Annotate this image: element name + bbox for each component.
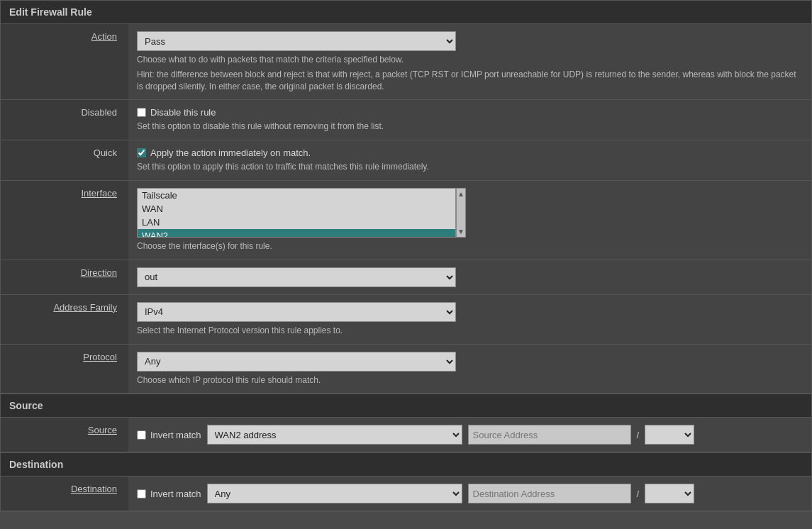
source-label-cell: Source — [1, 418, 128, 452]
address-family-label-cell: Address Family — [1, 294, 128, 344]
action-label: Action — [1, 24, 128, 100]
direction-content: in out any — [128, 260, 811, 294]
quick-content: Apply the action immediately on match. S… — [128, 140, 811, 181]
source-section-header: Source — [1, 394, 811, 418]
quick-hint: Set this option to apply this action to … — [137, 161, 803, 173]
source-invert-checkbox[interactable] — [137, 430, 146, 440]
destination-label-cell: Destination — [1, 477, 128, 511]
source-invert-label[interactable]: Invert match — [137, 430, 201, 440]
destination-address-input[interactable] — [468, 484, 631, 503]
source-table: Source Invert match any WAN2 address WAN… — [1, 418, 811, 452]
action-content: Pass Block Reject Choose what to do with… — [128, 24, 811, 100]
disabled-checkbox-text: Disable this rule — [150, 107, 216, 118]
source-link[interactable]: Source — [88, 425, 117, 435]
edit-firewall-rule-panel: Edit Firewall Rule Action Pass Block Rej… — [0, 0, 812, 512]
action-hint1: Choose what to do with packets that matc… — [137, 54, 803, 66]
address-family-row: Address Family IPv4 IPv6 IPv4+IPv6 Selec… — [1, 294, 811, 344]
disabled-checkbox[interactable] — [137, 108, 146, 117]
destination-section-header: Destination — [1, 452, 811, 477]
source-address-input[interactable] — [468, 425, 631, 445]
disabled-checkbox-label[interactable]: Disable this rule — [137, 107, 803, 118]
disabled-row: Disabled Disable this rule Set this opti… — [1, 100, 811, 140]
interface-content: Tailscale WAN LAN WAN2 ▲ ▼ Choose the in… — [128, 180, 811, 260]
destination-content: Invert match Any WAN2 address LAN addres… — [128, 477, 811, 511]
quick-checkbox[interactable] — [137, 148, 146, 157]
interface-option-lan[interactable]: LAN — [138, 216, 455, 229]
source-inline-row: Invert match any WAN2 address WAN2 net L… — [137, 425, 803, 445]
destination-type-select[interactable]: Any WAN2 address LAN address LAN net — [207, 484, 462, 503]
address-family-hint: Select the Internet Protocol version thi… — [137, 325, 803, 337]
interface-row: Interface Tailscale WAN LAN WAN2 ▲ ▼ Cho… — [1, 180, 811, 260]
protocol-select[interactable]: Any TCP UDP TCP/UDP ICMP — [137, 352, 456, 372]
listbox-scrollbar[interactable]: ▲ ▼ — [456, 188, 466, 238]
address-family-link[interactable]: Address Family — [53, 302, 117, 313]
panel-title: Edit Firewall Rule — [1, 1, 811, 24]
protocol-content: Any TCP UDP TCP/UDP ICMP Choose which IP… — [128, 344, 811, 394]
source-section-title: Source — [9, 400, 43, 411]
scrollbar-up[interactable]: ▲ — [457, 190, 465, 198]
protocol-row: Protocol Any TCP UDP TCP/UDP ICMP Choose… — [1, 344, 811, 394]
form-table: Action Pass Block Reject Choose what to … — [1, 24, 811, 394]
protocol-hint: Choose which IP protocol this rule shoul… — [137, 374, 803, 386]
action-hint2: Hint: the difference between block and r… — [137, 69, 803, 93]
address-family-content: IPv4 IPv6 IPv4+IPv6 Select the Internet … — [128, 294, 811, 344]
destination-invert-text: Invert match — [150, 489, 201, 499]
destination-row: Destination Invert match Any WAN2 addres… — [1, 477, 811, 511]
interface-option-tailscale[interactable]: Tailscale — [138, 189, 455, 202]
source-type-select[interactable]: any WAN2 address WAN2 net LAN address LA… — [207, 425, 462, 445]
panel-title-text: Edit Firewall Rule — [9, 6, 92, 18]
disabled-content: Disable this rule Set this option to dis… — [128, 100, 811, 140]
destination-slash: / — [637, 489, 640, 499]
direction-row: Direction in out any — [1, 260, 811, 294]
source-content: Invert match any WAN2 address WAN2 net L… — [128, 418, 811, 452]
source-invert-text: Invert match — [150, 430, 201, 440]
quick-row: Quick Apply the action immediately on ma… — [1, 140, 811, 181]
source-row: Source Invert match any WAN2 address WAN… — [1, 418, 811, 452]
action-link[interactable]: Action — [91, 31, 117, 42]
action-select[interactable]: Pass Block Reject — [137, 31, 456, 51]
direction-link[interactable]: Direction — [81, 267, 117, 278]
destination-link[interactable]: Destination — [71, 484, 117, 494]
source-slash: / — [637, 430, 640, 440]
protocol-link[interactable]: Protocol — [83, 352, 117, 362]
interface-link[interactable]: Interface — [81, 188, 117, 199]
direction-select[interactable]: in out any — [137, 267, 456, 287]
destination-section-title: Destination — [9, 459, 63, 470]
interface-label-cell: Interface — [1, 180, 128, 260]
destination-invert-label[interactable]: Invert match — [137, 489, 201, 499]
quick-label: Quick — [1, 140, 128, 181]
interface-listbox[interactable]: Tailscale WAN LAN WAN2 — [137, 188, 456, 238]
destination-invert-checkbox[interactable] — [137, 489, 146, 499]
address-family-select[interactable]: IPv4 IPv6 IPv4+IPv6 — [137, 302, 456, 322]
destination-table: Destination Invert match Any WAN2 addres… — [1, 477, 811, 511]
quick-checkbox-text: Apply the action immediately on match. — [150, 147, 311, 158]
destination-inline-row: Invert match Any WAN2 address LAN addres… — [137, 484, 803, 503]
disabled-label: Disabled — [1, 100, 128, 140]
interface-option-wan[interactable]: WAN — [138, 202, 455, 216]
destination-mask-select[interactable]: 8 16 24 32 — [645, 484, 694, 503]
quick-checkbox-label[interactable]: Apply the action immediately on match. — [137, 147, 803, 158]
interface-listbox-wrapper: Tailscale WAN LAN WAN2 ▲ ▼ — [137, 188, 803, 238]
action-row: Action Pass Block Reject Choose what to … — [1, 24, 811, 100]
interface-hint: Choose the interface(s) for this rule. — [137, 240, 803, 252]
protocol-label-cell: Protocol — [1, 344, 128, 394]
scrollbar-down[interactable]: ▼ — [457, 228, 465, 235]
disabled-hint: Set this option to disable this rule wit… — [137, 121, 803, 133]
interface-option-wan2[interactable]: WAN2 — [138, 229, 455, 238]
source-mask-select[interactable]: 8 16 24 32 — [645, 425, 694, 445]
direction-label-cell: Direction — [1, 260, 128, 294]
